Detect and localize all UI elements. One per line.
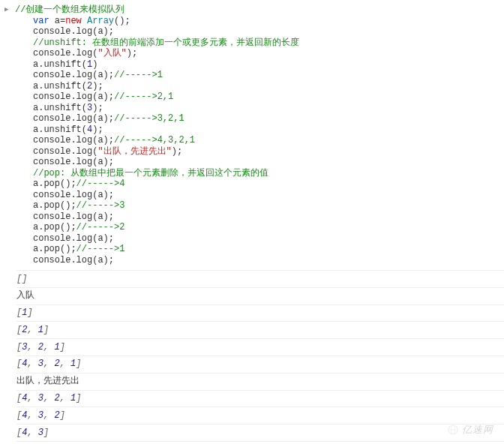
watermark: 亿速网 [447, 423, 494, 436]
console-line: 出队，先进先出 [16, 373, 504, 390]
console-line: [3, 2, 1] [16, 338, 504, 356]
globe-icon [447, 424, 459, 436]
code-line: console.log(a); [15, 26, 504, 38]
console-line: [4, 3, 2] [16, 406, 504, 424]
code-block: ▶ //创建一个数组来模拟队列 var a=new Array(); conso… [0, 0, 504, 270]
code-line: console.log(a);//----->1 [15, 70, 504, 81]
code-line: console.log(a); [15, 255, 504, 266]
code-line: //创建一个数组来模拟队列 [15, 4, 504, 16]
code-line: var a=new Array(); [15, 16, 504, 27]
console-line: [1] [16, 304, 504, 322]
code-line: a.unshift(4); [15, 124, 504, 136]
code-line: console.log(a); [15, 212, 504, 223]
code-line: a.pop();//----->1 [15, 244, 504, 255]
console-line: [] [16, 270, 504, 287]
console-line: [2, 1] [16, 321, 504, 338]
code-line: a.pop();//----->4 [15, 178, 504, 190]
console-line: [4, 3] [16, 424, 504, 441]
console-line: [4] [16, 441, 504, 444]
code-line: console.log(a); [15, 157, 504, 168]
comment: //pop: 从数组中把最一个元素删除，并返回这个元素的值 [33, 168, 268, 178]
code-line: console.log(a);//----->4,3,2,1 [15, 135, 504, 146]
code-line: //pop: 从数组中把最一个元素删除，并返回这个元素的值 [15, 168, 504, 179]
code-line: a.unshift(2); [15, 81, 504, 92]
code-line: console.log(a);//----->3,2,1 [15, 113, 504, 124]
console-output: [] 入队 [1] [2, 1] [3, 2, 1] [4, 3, 2, 1] … [0, 270, 504, 444]
code-line: console.log(a);//----->2,1 [15, 92, 504, 103]
comment: //unshift: 在数组的前端添加一个或更多元素，并返回新的长度 [33, 38, 299, 48]
code-line: console.log(a); [15, 190, 504, 201]
code-line: console.log("入队"); [15, 48, 504, 59]
code-line: a.pop();//----->3 [15, 200, 504, 212]
code-line: a.unshift(3); [15, 103, 504, 114]
expand-arrow-icon[interactable]: ▶ [4, 5, 8, 15]
watermark-text: 亿速网 [462, 423, 494, 436]
code-line: a.unshift(1) [15, 59, 504, 70]
code-line: //unshift: 在数组的前端添加一个或更多元素，并返回新的长度 [15, 38, 504, 49]
code-line: console.log(a); [15, 233, 504, 244]
console-line: [4, 3, 2, 1] [16, 356, 504, 373]
console-line: [4, 3, 2, 1] [16, 390, 504, 407]
console-line: 入队 [16, 287, 504, 304]
code-line: a.pop();//----->2 [15, 222, 504, 233]
comment: //创建一个数组来模拟队列 [15, 4, 124, 15]
code-line: console.log("出队，先进先出"); [15, 146, 504, 158]
